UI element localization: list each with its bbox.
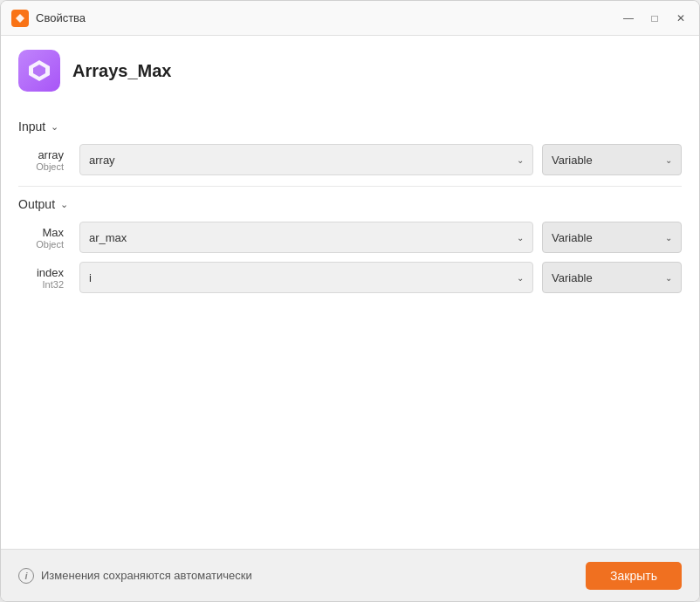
- app-title: Arrays_Max: [72, 61, 171, 81]
- array-label-main: array: [18, 148, 64, 161]
- max-label-main: Max: [18, 226, 64, 239]
- array-type-text: Variable: [552, 154, 593, 167]
- title-bar-text: Свойства: [36, 11, 621, 24]
- max-type-arrow-icon: ⌄: [665, 233, 672, 243]
- close-window-button[interactable]: ✕: [673, 10, 689, 26]
- index-dropdown-text: i: [89, 271, 92, 284]
- array-type-dropdown[interactable]: Variable ⌄: [542, 144, 682, 175]
- array-field-row: array Object array ⌄ Variable ⌄: [18, 144, 682, 175]
- max-field-label: Max Object: [18, 226, 71, 250]
- output-chevron-icon[interactable]: ⌄: [60, 199, 68, 210]
- input-section-header: Input ⌄: [18, 120, 682, 133]
- footer-info-text: Изменения сохраняются автоматически: [41, 569, 252, 582]
- index-field-label: index Int32: [18, 266, 71, 290]
- index-value-dropdown[interactable]: i ⌄: [79, 262, 533, 293]
- index-label-sub: Int32: [18, 279, 64, 290]
- app-icon: [18, 50, 60, 92]
- array-value-dropdown[interactable]: array ⌄: [79, 144, 533, 175]
- info-icon: i: [18, 568, 34, 584]
- output-section-header: Output ⌄: [18, 197, 682, 211]
- max-field-row: Max Object ar_max ⌄ Variable ⌄: [18, 222, 682, 253]
- content-area: Arrays_Max Input ⌄ array Object array ⌄ …: [1, 36, 699, 549]
- input-label: Input: [18, 120, 45, 133]
- index-dropdown-arrow-icon: ⌄: [517, 273, 524, 283]
- window-controls: — □ ✕: [621, 10, 689, 26]
- array-field-label: array Object: [18, 148, 71, 172]
- index-type-text: Variable: [552, 271, 593, 284]
- max-value-dropdown[interactable]: ar_max ⌄: [79, 222, 533, 253]
- app-header: Arrays_Max: [18, 50, 682, 102]
- max-dropdown-text: ar_max: [89, 231, 127, 244]
- section-separator: [18, 186, 682, 187]
- footer: i Изменения сохраняются автоматически За…: [1, 549, 699, 601]
- footer-info: i Изменения сохраняются автоматически: [18, 568, 252, 584]
- index-field-row: index Int32 i ⌄ Variable ⌄: [18, 262, 682, 293]
- array-type-arrow-icon: ⌄: [665, 155, 672, 165]
- properties-window: Свойства — □ ✕ Arrays_Max Input ⌄ arra: [0, 0, 700, 602]
- title-bar: Свойства — □ ✕: [1, 1, 699, 36]
- maximize-button[interactable]: □: [647, 10, 662, 26]
- minimize-button[interactable]: —: [621, 10, 636, 26]
- index-label-main: index: [18, 266, 64, 279]
- index-type-arrow-icon: ⌄: [665, 273, 672, 283]
- max-label-sub: Object: [18, 239, 64, 250]
- title-bar-icon: [11, 10, 29, 27]
- array-dropdown-text: array: [89, 154, 115, 167]
- array-dropdown-arrow-icon: ⌄: [517, 155, 524, 165]
- index-type-dropdown[interactable]: Variable ⌄: [542, 262, 682, 293]
- array-label-sub: Object: [18, 161, 64, 172]
- max-type-dropdown[interactable]: Variable ⌄: [542, 222, 682, 253]
- max-dropdown-arrow-icon: ⌄: [517, 233, 524, 243]
- close-button[interactable]: Закрыть: [586, 562, 682, 590]
- input-chevron-icon[interactable]: ⌄: [51, 121, 58, 133]
- max-type-text: Variable: [552, 231, 593, 244]
- output-label: Output: [18, 197, 55, 211]
